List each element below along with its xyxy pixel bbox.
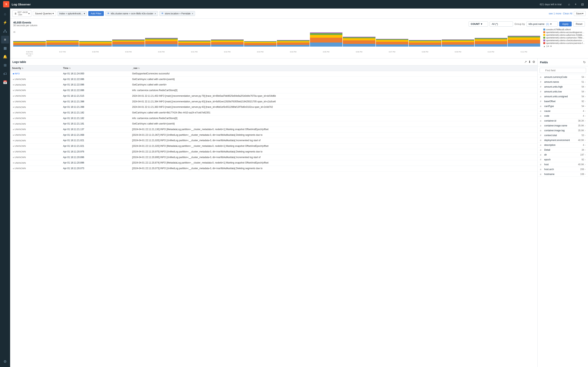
field-expand-icon[interactable]: ›	[585, 95, 586, 98]
bar-group-12[interactable]	[409, 40, 441, 47]
field-expand-icon[interactable]: ›	[585, 158, 586, 161]
table-row[interactable]: UNKNOWN Apr 01 18:11:21.182 GetCartAsync…	[10, 110, 537, 116]
sidebar-item-topology[interactable]	[1, 27, 9, 35]
field-expand-icon[interactable]: ›	[585, 100, 586, 103]
sidebar-item-grid[interactable]: ⊞	[1, 61, 9, 69]
field-item-container-image-name[interactable]: a container.image.name 35.9K ›	[538, 123, 588, 128]
add-filter-button[interactable]: Add Filter	[88, 11, 104, 16]
bar-group-7[interactable]	[244, 41, 277, 47]
field-expand-icon[interactable]: ›	[585, 76, 586, 78]
field-expand-icon[interactable]: ›	[585, 139, 586, 142]
field-item-host-arch[interactable]: a host.arch 206 ›	[538, 167, 588, 172]
new-tab-icon[interactable]: +	[575, 2, 577, 6]
field-item-host[interactable]: a host 40.9K ›	[538, 162, 588, 167]
bar-group-6[interactable]	[211, 39, 244, 47]
settings-icon[interactable]: ⚙	[532, 60, 535, 64]
save-button[interactable]: Save ▾	[574, 11, 586, 16]
table-row[interactable]: UNKNOWN Apr 01 18:11:21.515 2024-04-01 2…	[10, 93, 537, 99]
bookmark-icon[interactable]: ⊟	[581, 2, 584, 6]
sidebar-item-tags[interactable]: 🏷	[1, 70, 9, 78]
bar-group-13[interactable]	[442, 39, 475, 47]
table-row[interactable]: UNKNOWN Apr 01 18:11:21.021 [2024-04-01 …	[10, 138, 537, 143]
field-expand-icon[interactable]: ›	[585, 110, 586, 112]
table-row[interactable]: UNKNOWN Apr 01 18:11:21.068 [2024-04-01 …	[10, 132, 537, 138]
bar-group-10[interactable]	[343, 37, 375, 47]
legend-prev-icon[interactable]: ▲	[543, 45, 545, 47]
field-expand-icon[interactable]: ›	[585, 134, 586, 137]
bar-group-0[interactable]	[13, 41, 46, 47]
bar-group-2[interactable]	[79, 41, 112, 47]
table-row[interactable]: UNKNOWN Apr 01 18:11:20.896 [2024-04-01 …	[10, 155, 537, 160]
table-row[interactable]: INFO Apr 01 18:11:24.000 GetSupportedCur…	[10, 71, 537, 77]
field-expand-icon[interactable]: ›	[585, 153, 586, 156]
table-row[interactable]: UNKNOWN Apr 01 18:11:21.398 2024-04-01 2…	[10, 99, 537, 104]
table-row[interactable]: UNKNOWN Apr 01 18:11:21.182 info: cartse…	[10, 116, 537, 121]
sidebar-item-logs[interactable]: ≡	[1, 36, 9, 43]
table-row[interactable]: UNKNOWN Apr 01 18:11:22.086 info: cartse…	[10, 88, 537, 93]
col-time[interactable]: Time ⇅	[61, 66, 130, 71]
field-expand-icon[interactable]: ›	[585, 144, 586, 146]
filter-chip-location-close[interactable]: ×	[192, 12, 193, 15]
field-expand-icon[interactable]: ›	[585, 168, 586, 171]
field-item-description[interactable]: a description 4 ›	[538, 143, 588, 148]
field-expand-icon[interactable]: ›	[585, 105, 586, 108]
see-more-button[interactable]: see 1 more	[549, 12, 561, 15]
field-expand-icon[interactable]: ›	[585, 173, 586, 175]
field-item-deployment-environment[interactable]: a deployment.environment 40.9K ›	[538, 138, 588, 143]
field-item-dir[interactable]: a dir 197 ›	[538, 152, 588, 157]
find-field-input[interactable]	[540, 68, 586, 73]
table-row[interactable]: UNKNOWN Apr 01 18:11:22.086 GetCartAsync…	[10, 76, 537, 82]
field-item-Detail[interactable]: a Detail 34 ›	[538, 148, 588, 152]
field-expand-icon[interactable]: ›	[585, 129, 586, 132]
bar-group-5[interactable]	[178, 40, 211, 47]
field-expand-icon[interactable]: ›	[585, 81, 586, 83]
field-item-amount-units-unsigned[interactable]: a amount.units.unsigned 54 ›	[538, 94, 588, 99]
field-item-hostname[interactable]: a hostname 108 ›	[538, 172, 588, 177]
field-item-baseOffset[interactable]: # baseOffset 92 ›	[538, 99, 588, 104]
bar-group-15[interactable]	[508, 36, 540, 47]
count-select[interactable]: COUNT ▾	[469, 21, 488, 27]
index-filter-chip[interactable]: Index = splunk4rooki... ▾	[58, 11, 87, 16]
reset-button[interactable]: Reset	[573, 21, 585, 27]
field-expand-icon[interactable]: ›	[585, 119, 586, 122]
field-expand-icon[interactable]: ›	[585, 115, 586, 117]
search-icon[interactable]: ⌕	[568, 2, 570, 6]
field-expand-icon[interactable]: ›	[585, 163, 586, 166]
bar-group-8[interactable]	[277, 40, 310, 47]
table-row[interactable]: UNKNOWN Apr 01 18:11:21.398 2024-04-01 2…	[10, 104, 537, 110]
field-item-amount-currencyCode[interactable]: a amount.currencyCode 54 ›	[538, 75, 588, 80]
bar-group-14[interactable]	[475, 38, 507, 47]
field-item-epoch[interactable]: # epoch 92 ›	[538, 157, 588, 162]
field-item-container-id[interactable]: a container.id 38.3K ›	[538, 118, 588, 123]
apply-button[interactable]: Apply	[559, 22, 572, 26]
table-row[interactable]: UNKNOWN Apr 01 18:11:21.021 [2024-04-01 …	[10, 143, 537, 149]
table-row[interactable]: UNKNOWN Apr 01 18:11:20.896 [2024-04-01 …	[10, 160, 537, 166]
field-expand-icon[interactable]: ›	[585, 85, 586, 88]
col-raw[interactable]: _raw ⇅	[130, 66, 537, 71]
table-row[interactable]: UNKNOWN Apr 01 18:11:21.181 GetCartAsync…	[10, 121, 537, 127]
all-select[interactable]: All (*)	[490, 21, 513, 27]
sidebar-item-settings[interactable]: ⚙	[1, 358, 9, 366]
field-item-cause[interactable]: a cause 4 ›	[538, 109, 588, 114]
field-expand-icon[interactable]: ›	[585, 90, 586, 93]
table-scroll[interactable]: Severity ⇅ Time ⇅ _raw ⇅ INFO Apr 01 18:…	[10, 66, 537, 367]
bar-group-9[interactable]	[310, 33, 343, 47]
field-expand-icon[interactable]: ›	[585, 124, 586, 127]
table-row[interactable]: UNKNOWN Apr 01 18:11:20.073 [2024-04-01 …	[10, 166, 537, 171]
field-item-context-total[interactable]: # context.total 53 ›	[538, 133, 588, 138]
field-item-amount-nanos[interactable]: # amount.nanos 51 ›	[538, 80, 588, 84]
field-expand-icon[interactable]: ›	[585, 149, 586, 151]
saved-queries-button[interactable]: Saved Queries ▾	[33, 11, 56, 16]
refresh-icon[interactable]: ↻	[583, 60, 586, 64]
bar-group-1[interactable]	[46, 40, 79, 47]
bar-group-4[interactable]	[145, 38, 178, 47]
field-item-amount-units-high[interactable]: # amount.units.high 54 ›	[538, 84, 588, 89]
field-item-container-image-tag[interactable]: a container.image.tag 35.9K ›	[538, 128, 588, 133]
col-severity[interactable]: Severity ⇅	[10, 66, 61, 71]
time-picker[interactable]: ⏸ EDT -04:00 -15m ▾	[12, 10, 31, 17]
table-row[interactable]: UNKNOWN Apr 01 18:11:20.976 [2024-04-01 …	[10, 149, 537, 155]
field-item-code[interactable]: a code 4 ›	[538, 114, 588, 118]
group-by-select[interactable]: k8s.pod.name (1) ▾	[527, 21, 558, 27]
sidebar-item-calendar[interactable]: 📅	[1, 78, 9, 86]
clear-all-button[interactable]: Clear All	[563, 12, 572, 15]
